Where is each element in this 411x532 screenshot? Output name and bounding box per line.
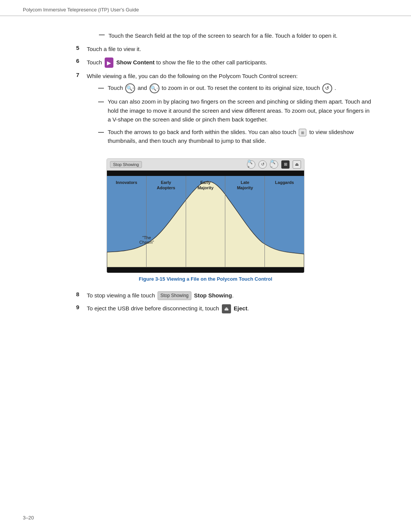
main-content: — Touch the Search field at the top of t… — [0, 16, 411, 340]
step-8-content: To stop viewing a file touch Stop Showin… — [87, 291, 373, 300]
step-6: 6 Touch Show Content to show the file to… — [38, 58, 373, 68]
zoom-in-toolbar-icon[interactable]: 🔍+ — [247, 160, 255, 169]
header-title: Polycom Immersive Telepresence (ITP) Use… — [23, 7, 139, 13]
step-6-content: Touch Show Content to show the file to t… — [87, 58, 373, 68]
tc-bottom-bar — [107, 267, 304, 273]
step-5: 5 Touch a file to view it. — [38, 45, 373, 53]
step-8-bold: Stop Showing — [194, 292, 232, 299]
figure-container: Stop Showing 🔍+ ↺ 🔍− ⊞ ⏏ — [107, 158, 304, 282]
step-9-pre: To eject the USB drive before disconnect… — [87, 305, 219, 312]
tc-toolbar: Stop Showing 🔍+ ↺ 🔍− ⊞ ⏏ — [107, 159, 304, 171]
step-9: 9 To eject the USB drive before disconne… — [38, 304, 373, 313]
figure-caption-text: Viewing a File on the Polycom Touch Cont… — [167, 276, 272, 282]
step-8-num: 8 — [76, 291, 87, 297]
step-7: 7 While viewing a file, you can do the f… — [38, 72, 373, 149]
figure-caption-bold: Figure 3-15 — [139, 276, 165, 282]
col-laggards: Laggards — [265, 176, 304, 267]
sub-3-pre: Touch the arrows to go back and forth wi… — [108, 129, 296, 135]
col-early-adopters: EarlyAdopters — [147, 176, 186, 267]
toolbar-icons: 🔍+ ↺ 🔍− ⊞ ⏏ — [247, 160, 301, 169]
intro-text: Touch the Search field at the top of the… — [108, 31, 373, 40]
dash-icon: — — [99, 31, 105, 38]
sub-1-touch: Touch — [108, 85, 124, 91]
figure-caption: Figure 3-15 Viewing a File on the Polyco… — [107, 276, 304, 282]
tc-stop-showing-button[interactable]: Stop Showing — [110, 161, 142, 168]
col-innovators: Innovators — [107, 176, 147, 267]
tc-columns: Innovators EarlyAdopters EarlyMajority L… — [107, 176, 304, 267]
step-5-num: 5 — [76, 45, 87, 51]
sub-3-content: Touch the arrows to go back and forth wi… — [108, 128, 373, 145]
dash-icon-2: — — [98, 97, 104, 106]
step-6-post: to show the file to the other call parti… — [156, 59, 267, 65]
stop-showing-inline-button: Stop Showing — [158, 291, 191, 300]
step-8-pre: To stop viewing a file touch — [87, 292, 155, 299]
page-number: 3–20 — [23, 515, 34, 521]
tc-chart-area: Innovators EarlyAdopters EarlyMajority L… — [107, 176, 304, 267]
step-5-text: Touch a file to view it. — [87, 45, 373, 53]
step-7-num: 7 — [76, 72, 87, 78]
sub-bullet-2: — You can also zoom in by placing two fi… — [91, 97, 373, 124]
sub-1-and: and — [137, 85, 148, 91]
step-9-bold: Eject — [234, 305, 247, 312]
step-9-content: To eject the USB drive before disconnect… — [87, 304, 373, 313]
sub-1-post: to zoom in or out. To reset the content … — [162, 85, 322, 91]
tc-chasm-label: "TheChasm" — [139, 235, 154, 244]
sub-1-end: . — [335, 85, 336, 91]
step-7-text: While viewing a file, you can do the fol… — [87, 73, 298, 79]
thumb-toolbar-icon[interactable]: ⊞ — [281, 160, 290, 169]
sub-bullet-1: — Touch 🔍+ and 🔍− to zoom in or out. To … — [91, 83, 373, 93]
show-content-icon — [105, 58, 113, 68]
step-6-pre: Touch — [87, 59, 102, 65]
dash-icon-1: — — [98, 83, 104, 92]
eject-toolbar-icon[interactable]: ⏏ — [293, 160, 301, 169]
thumbnails-icon: ⊞ — [299, 129, 306, 136]
step-6-num: 6 — [76, 58, 87, 64]
zoom-out-toolbar-icon[interactable]: 🔍− — [270, 160, 278, 169]
step-9-end: . — [247, 305, 249, 312]
touch-control-ui: Stop Showing 🔍+ ↺ 🔍− ⊞ ⏏ — [107, 158, 304, 273]
col-early-majority: EarlyMajority — [186, 176, 226, 267]
page-footer: 3–20 — [23, 515, 34, 521]
step-9-num: 9 — [76, 304, 87, 310]
zoom-in-icon: 🔍+ — [125, 83, 135, 93]
step-6-show-content: Show Content — [116, 59, 155, 65]
reset-toolbar-icon[interactable]: ↺ — [258, 160, 267, 169]
sub-2-content: You can also zoom in by placing two fing… — [108, 97, 373, 124]
intro-bullet: — Touch the Search field at the top of t… — [38, 31, 373, 40]
step-8-period: . — [232, 292, 234, 299]
zoom-out-icon: 🔍− — [150, 83, 159, 93]
reset-icon: ↺ — [322, 83, 332, 93]
page-header: Polycom Immersive Telepresence (ITP) Use… — [0, 0, 411, 16]
step-7-content: While viewing a file, you can do the fol… — [87, 72, 373, 149]
col-late-majority: LateMajority — [225, 176, 265, 267]
dash-icon-3: — — [98, 128, 104, 136]
sub-bullet-3: — Touch the arrows to go back and forth … — [91, 128, 373, 145]
eject-inline-icon — [222, 304, 231, 313]
step-8: 8 To stop viewing a file touch Stop Show… — [38, 291, 373, 300]
tc-top-bar — [107, 171, 304, 176]
sub-1-content: Touch 🔍+ and 🔍− to zoom in or out. To re… — [108, 83, 373, 93]
